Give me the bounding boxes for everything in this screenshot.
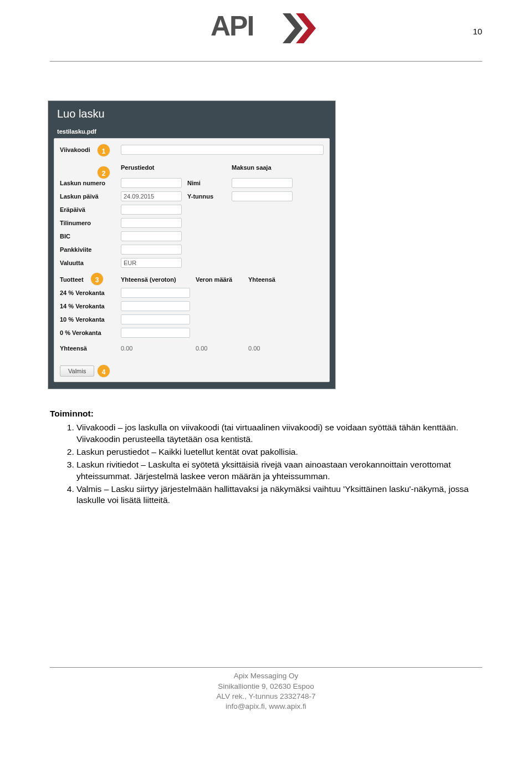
maksun-saaja-heading: Maksun saaja	[232, 164, 298, 171]
page-footer: Apix Messaging Oy Sinikalliontie 9, 0263…	[50, 667, 482, 722]
tilinumero-label: Tilinumero	[60, 220, 121, 226]
pankkiviite-label: Pankkiviite	[60, 246, 121, 253]
total-veroton-value: 0.00	[121, 345, 196, 352]
verokanta-10-label: 10 % Verokanta	[60, 316, 121, 323]
total-veron-maara-value: 0.00	[196, 345, 248, 352]
yhteensa-heading: Yhteensä	[248, 276, 290, 283]
footer-line: Apix Messaging Oy	[50, 671, 482, 681]
viivakoodi-label: Viivakoodi 1	[60, 146, 121, 153]
filename-label: testilasku.pdf	[54, 126, 330, 138]
svg-marker-1	[283, 13, 303, 43]
tuotteet-label: Tuotteet	[60, 276, 84, 283]
verokanta-10-input[interactable]	[121, 314, 190, 324]
erapaiva-label: Eräpäivä	[60, 206, 121, 213]
bic-input[interactable]	[121, 231, 182, 241]
yhteensa-veroton-heading: Yhteensä (veroton)	[121, 276, 196, 283]
verokanta-14-label: 14 % Verokanta	[60, 303, 121, 309]
page-number: 10	[473, 27, 482, 36]
body-text: Toiminnot: Viivakoodi – jos laskulla on …	[50, 408, 482, 506]
badge-4: 4	[98, 365, 110, 377]
tilinumero-input[interactable]	[121, 218, 182, 228]
laskun-paiva-input[interactable]	[121, 191, 182, 201]
footer-line: info@apix.fi, www.apix.fi	[50, 702, 482, 712]
list-item: Laskun perustiedot – Kaikki luetellut ke…	[76, 446, 482, 458]
veron-maara-heading: Veron määrä	[196, 276, 248, 283]
laskun-numero-label: Laskun numero	[60, 180, 121, 186]
nimi-input[interactable]	[232, 178, 293, 188]
list-item: Laskun rivitiedot – Laskulta ei syötetä …	[76, 459, 482, 482]
valuutta-input[interactable]	[121, 258, 182, 268]
badge-3: 3	[91, 273, 103, 285]
svg-text:API: API	[211, 11, 253, 42]
dialog-title: Luo lasku	[54, 101, 330, 126]
verokanta-24-label: 24 % Verokanta	[60, 289, 121, 296]
verokanta-0-label: 0 % Verokanta	[60, 329, 121, 336]
list-item: Viivakoodi – jos laskulla on viivakoodi …	[76, 422, 482, 445]
toiminnot-heading: Toiminnot:	[50, 408, 482, 420]
header-divider	[50, 61, 482, 62]
pankkiviite-input[interactable]	[121, 245, 182, 255]
apix-logo: API	[211, 11, 321, 45]
laskun-paiva-label: Laskun päivä	[60, 193, 121, 200]
viivakoodi-input[interactable]	[121, 145, 324, 155]
footer-line: Sinikalliontie 9, 02630 Espoo	[50, 682, 482, 692]
verokanta-0-input[interactable]	[121, 328, 190, 338]
form-panel: Viivakoodi 1 2 Perustiedot Maksun saaja	[54, 138, 330, 382]
badge-2: 2	[98, 166, 110, 179]
list-item: Valmis – Lasku siirtyy järjestelmään hal…	[76, 484, 482, 507]
bic-label: BIC	[60, 233, 121, 240]
total-yhteensa-value: 0.00	[248, 345, 290, 352]
badge-1: 1	[98, 144, 110, 156]
total-label: Yhteensä	[60, 345, 121, 352]
perustiedot-heading: Perustiedot	[121, 164, 187, 171]
ytunnus-label: Y-tunnus	[187, 193, 232, 200]
laskun-numero-input[interactable]	[121, 178, 182, 188]
nimi-label: Nimi	[187, 180, 232, 186]
ytunnus-input[interactable]	[232, 191, 293, 201]
screenshot: Luo lasku testilasku.pdf Viivakoodi 1 2	[48, 100, 336, 389]
verokanta-14-input[interactable]	[121, 301, 190, 311]
page-header: API 10	[50, 11, 482, 61]
footer-line: ALV rek., Y-tunnus 2332748-7	[50, 692, 482, 702]
valmis-button[interactable]: Valmis	[60, 365, 94, 377]
valuutta-label: Valuutta	[60, 260, 121, 266]
erapaiva-input[interactable]	[121, 205, 182, 215]
verokanta-24-input[interactable]	[121, 288, 190, 298]
